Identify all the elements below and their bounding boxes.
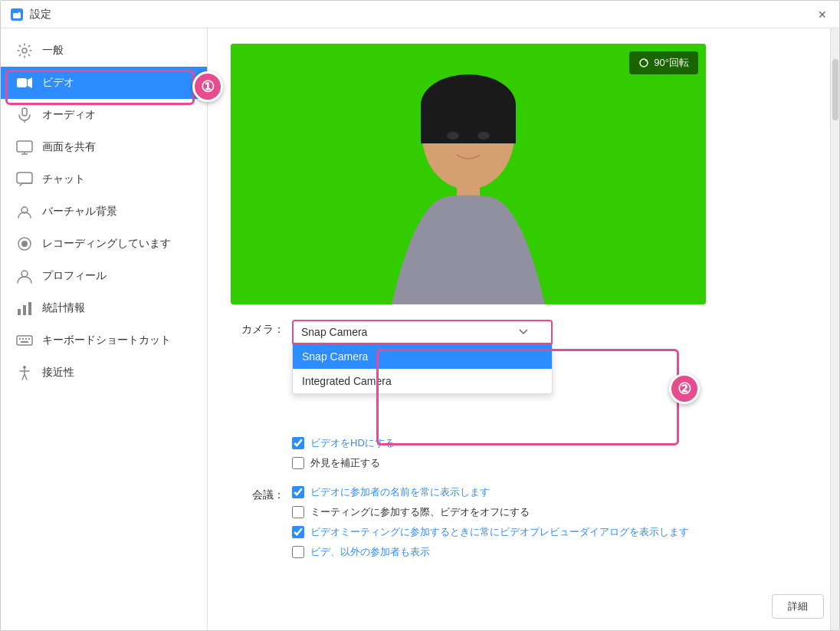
sidebar-label-audio: オーディオ	[42, 108, 96, 122]
camera-option-integrated[interactable]: Integrated Camera	[293, 369, 552, 393]
annotation-circle-2: ②	[669, 373, 700, 404]
sidebar-item-accessibility[interactable]: 接近性	[1, 357, 207, 389]
sidebar-item-video[interactable]: ビデオ	[1, 67, 207, 99]
sidebar-label-screen: 画面を共有	[42, 140, 96, 154]
camera-selected-value: Snap Camera	[301, 326, 367, 338]
sidebar-item-general[interactable]: 一般	[1, 35, 207, 67]
svg-point-14	[21, 241, 28, 247]
camera-dropdown-wrapper: Snap Camera Snap Camera Integrated Ca	[292, 320, 553, 344]
svg-point-25	[23, 366, 26, 369]
svg-rect-6	[22, 108, 27, 116]
svg-rect-20	[19, 338, 21, 340]
camera-option-snap[interactable]: Snap Camera	[293, 344, 552, 369]
video-icon	[16, 74, 33, 91]
sidebar-item-profile[interactable]: プロフィール	[1, 260, 207, 292]
sidebar-item-virtual-bg[interactable]: バーチャル背景	[1, 196, 207, 228]
video-off-checkbox[interactable]	[292, 506, 304, 518]
svg-rect-18	[28, 302, 31, 315]
rotate-button[interactable]: 90°回転	[629, 51, 698, 74]
appearance-checkbox-row: 外見を補正する	[292, 456, 816, 470]
svg-rect-1	[13, 13, 21, 18]
show-outside-checkbox[interactable]	[292, 546, 304, 558]
svg-point-3	[22, 48, 27, 53]
gear-icon	[16, 42, 33, 59]
svg-point-15	[21, 271, 28, 277]
svg-rect-22	[25, 338, 27, 340]
svg-rect-8	[17, 141, 32, 152]
sidebar-item-recording[interactable]: レコーディングしています	[1, 228, 207, 260]
video-off-row: ミーティングに参加する際、ビデオをオフにする	[292, 505, 816, 519]
camera-label: カメラ：	[231, 320, 284, 337]
title-bar-left: 設定	[10, 8, 51, 21]
svg-marker-5	[28, 77, 32, 88]
preview-checkbox[interactable]	[292, 526, 304, 538]
camera-dropdown-menu: Snap Camera Integrated Camera	[292, 344, 553, 394]
meeting-label: 会議：	[231, 485, 284, 502]
sidebar-item-keyboard[interactable]: キーボードショートカット	[1, 324, 207, 357]
hd-checkbox[interactable]	[292, 437, 304, 449]
scrollbar-thumb[interactable]	[832, 59, 838, 120]
audio-icon	[16, 107, 33, 123]
svg-rect-19	[17, 336, 32, 345]
svg-rect-4	[17, 78, 27, 87]
scrollbar[interactable]	[830, 28, 839, 630]
camera-control: Snap Camera Snap Camera Integrated Ca	[292, 320, 816, 344]
sidebar-label-chat: チャット	[42, 173, 85, 186]
chat-icon	[16, 171, 33, 188]
svg-rect-24	[21, 341, 28, 343]
sidebar-label-profile: プロフィール	[42, 269, 107, 283]
virtual-bg-icon	[16, 203, 33, 220]
show-names-row: ビデオに参加者の名前を常に表示します	[292, 485, 816, 499]
accessibility-icon	[16, 364, 33, 381]
sidebar-item-stats[interactable]: 統計情報	[1, 292, 207, 324]
camera-row: カメラ： Snap Camera Snap C	[231, 320, 816, 344]
sidebar-label-virtual-bg: バーチャル背景	[42, 205, 117, 219]
stats-icon	[16, 300, 33, 317]
my-video-control: ビデオをHDにする 外見を補正する	[292, 436, 816, 476]
content-area: 一般 ビデオ	[1, 28, 839, 630]
hd-checkbox-row: ビデオをHDにする	[292, 436, 816, 450]
chevron-down-icon	[519, 329, 528, 335]
main-content: 90°回転 カメラ： Snap Camera	[208, 28, 839, 630]
svg-rect-17	[23, 305, 26, 315]
sidebar-label-stats: 統計情報	[42, 301, 85, 315]
svg-point-31	[477, 132, 490, 140]
meeting-row: 会議： ビデオに参加者の名前を常に表示します ミーティングに参加する際、ビデオを…	[231, 485, 816, 565]
appearance-label: 外見を補正する	[310, 456, 380, 470]
hd-label: ビデオをHDにする	[310, 436, 395, 450]
preview-label: ビデオミーティングに参加するときに常にビデオプレビューダイアログを表示します	[310, 525, 689, 539]
sidebar-label-recording: レコーディングしています	[42, 237, 171, 251]
camera-dropdown-trigger[interactable]: Snap Camera	[292, 320, 553, 344]
annotation-2-label: ②	[678, 380, 691, 398]
detail-button[interactable]: 詳細	[772, 594, 824, 619]
svg-rect-16	[18, 309, 21, 315]
sidebar: 一般 ビデオ	[1, 28, 208, 630]
sidebar-item-chat[interactable]: チャット	[1, 163, 207, 196]
sidebar-label-accessibility: 接近性	[42, 366, 74, 380]
title-bar: 設定 ✕	[1, 1, 839, 28]
svg-rect-21	[22, 338, 24, 340]
show-names-checkbox[interactable]	[292, 486, 304, 498]
video-preview: 90°回転	[231, 44, 706, 304]
sidebar-label-keyboard: キーボードショートカット	[42, 334, 171, 347]
sidebar-label-video: ビデオ	[42, 76, 74, 90]
svg-point-30	[447, 132, 459, 140]
my-video-label	[231, 436, 284, 439]
sidebar-item-audio[interactable]: オーディオ	[1, 99, 207, 131]
window-title: 設定	[30, 8, 51, 21]
rotate-label: 90°回転	[654, 56, 689, 70]
record-icon	[16, 235, 33, 252]
appearance-checkbox[interactable]	[292, 457, 304, 469]
keyboard-icon	[16, 332, 33, 349]
show-outside-row: ビデ、以外の参加者も表示	[292, 545, 816, 559]
preview-row: ビデオミーティングに参加するときに常にビデオプレビューダイアログを表示します	[292, 525, 816, 539]
sidebar-item-screen-share[interactable]: 画面を共有	[1, 131, 207, 163]
app-icon	[10, 8, 24, 21]
svg-rect-29	[421, 105, 516, 143]
my-video-row: ビデオをHDにする 外見を補正する	[231, 436, 816, 476]
close-button[interactable]: ✕	[815, 7, 830, 22]
svg-rect-23	[28, 338, 30, 340]
sidebar-label-general: 一般	[42, 44, 64, 58]
video-off-label: ミーティングに参加する際、ビデオをオフにする	[310, 505, 530, 519]
show-outside-label: ビデ、以外の参加者も表示	[310, 545, 430, 559]
